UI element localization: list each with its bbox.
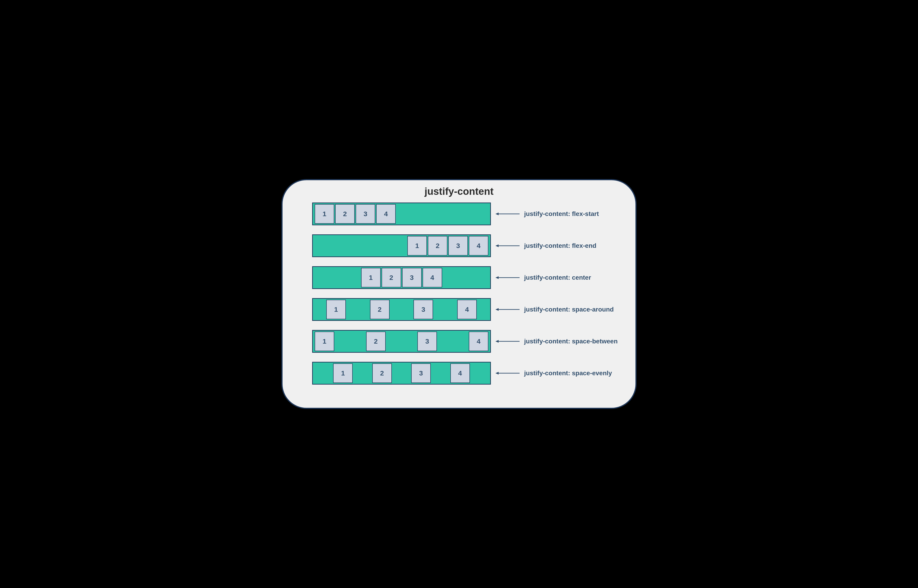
svg-marker-3 (495, 244, 499, 247)
flex-item: 2 (382, 268, 401, 288)
flex-item: 1 (407, 236, 427, 255)
svg-marker-5 (495, 276, 499, 279)
example-row-flex-start: 1 2 3 4 justify-content: flex-start (296, 202, 622, 225)
arrow-left-icon (495, 371, 520, 375)
example-label: justify-content: space-evenly (524, 370, 612, 377)
example-row-space-evenly: 1 2 3 4 justify-content: space-evenly (296, 362, 622, 384)
flex-item: 2 (370, 300, 390, 319)
arrow-left-icon (495, 275, 520, 280)
flex-item: 3 (448, 236, 468, 255)
svg-marker-1 (495, 213, 499, 215)
flex-item: 3 (411, 363, 431, 383)
flex-item: 3 (417, 331, 437, 351)
flex-item: 1 (326, 300, 346, 319)
flex-item: 1 (315, 204, 334, 224)
flex-item: 4 (423, 268, 442, 288)
flex-item: 1 (361, 268, 380, 288)
flex-item: 3 (402, 268, 422, 288)
flex-container: 1 2 3 4 (312, 266, 491, 289)
flex-container: 1 2 3 4 (312, 298, 491, 321)
example-label: justify-content: flex-end (524, 242, 596, 249)
flex-item: 4 (469, 236, 488, 255)
example-label: justify-content: space-between (524, 338, 618, 345)
flex-item: 2 (428, 236, 447, 255)
flex-item: 3 (413, 300, 433, 319)
flex-container: 1 2 3 4 (312, 202, 491, 225)
flex-item: 2 (372, 363, 392, 383)
diagram-title: justify-content (296, 186, 622, 197)
flex-item: 1 (333, 363, 353, 383)
flex-item: 4 (376, 204, 396, 224)
example-label: justify-content: flex-start (524, 210, 599, 218)
flex-item: 2 (366, 331, 386, 351)
flex-item: 2 (335, 204, 355, 224)
flex-item: 4 (457, 300, 477, 319)
example-label: justify-content: space-around (524, 306, 614, 313)
flex-container: 1 2 3 4 (312, 362, 491, 384)
svg-marker-9 (495, 340, 499, 343)
arrow-left-icon (495, 307, 520, 312)
example-row-flex-end: 1 2 3 4 justify-content: flex-end (296, 234, 622, 257)
arrow-left-icon (495, 212, 520, 216)
example-row-space-around: 1 2 3 4 justify-content: space-around (296, 298, 622, 321)
example-row-center: 1 2 3 4 justify-content: center (296, 266, 622, 289)
arrow-left-icon (495, 339, 520, 344)
flex-container: 1 2 3 4 (312, 234, 491, 257)
flex-container: 1 2 3 4 (312, 330, 491, 353)
svg-marker-7 (495, 308, 499, 311)
flex-item: 1 (315, 331, 334, 351)
flex-item: 4 (450, 363, 470, 383)
arrow-left-icon (495, 244, 520, 248)
example-label: justify-content: center (524, 274, 591, 281)
diagram-card: justify-content 1 2 3 4 justify-content:… (282, 179, 636, 409)
flex-item: 3 (356, 204, 375, 224)
flex-item: 4 (469, 331, 488, 351)
example-rows: 1 2 3 4 justify-content: flex-start 1 2 … (296, 202, 622, 384)
example-row-space-between: 1 2 3 4 justify-content: space-between (296, 330, 622, 353)
svg-marker-11 (495, 372, 499, 375)
